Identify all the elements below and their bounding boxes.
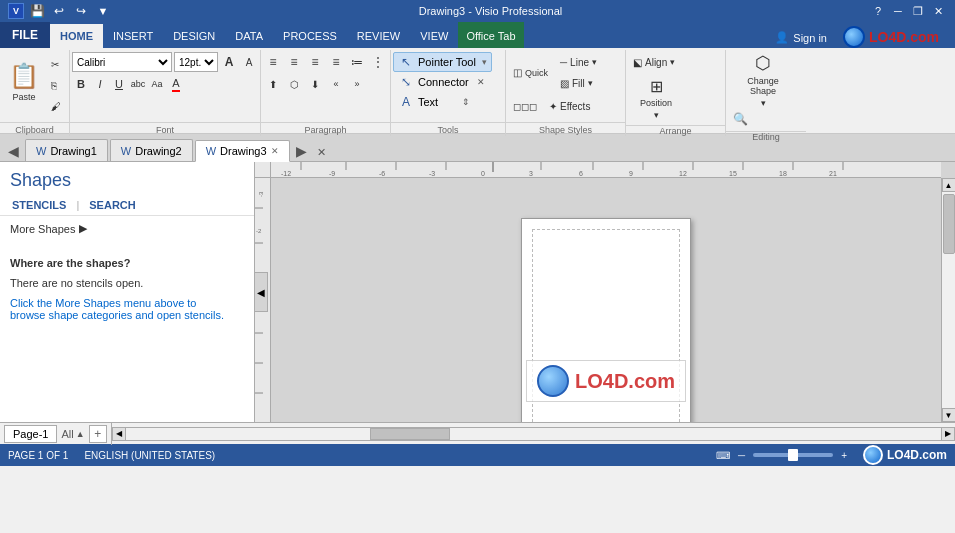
- font-size-select[interactable]: 12pt.: [174, 52, 218, 72]
- tools-content: ↖ Pointer Tool ▾ ⤡ Connector ✕ A Text ⇕: [391, 50, 505, 122]
- cut-button[interactable]: ✂: [46, 54, 67, 74]
- fill-button[interactable]: ▨ Fill ▾: [555, 73, 602, 93]
- scroll-thumb-v[interactable]: [943, 194, 955, 254]
- styles-button[interactable]: ◻◻◻: [508, 96, 542, 116]
- italic-button[interactable]: I: [91, 75, 109, 93]
- position-button[interactable]: ⊞ Position ▾: [628, 73, 684, 123]
- line-dropdown[interactable]: ▾: [592, 57, 597, 67]
- case-button[interactable]: Aa: [148, 75, 166, 93]
- doc-tab-drawing3[interactable]: W Drawing3 ✕: [195, 140, 290, 162]
- fill-dropdown[interactable]: ▾: [588, 78, 593, 88]
- indent-less-button[interactable]: «: [326, 74, 346, 94]
- doc-tab-close-drawing3[interactable]: ✕: [271, 146, 279, 156]
- more-shapes-link[interactable]: Click the More Shapes menu above tobrows…: [10, 297, 224, 321]
- align-left-button[interactable]: ≡: [263, 52, 283, 72]
- page-tab-1[interactable]: Page-1: [4, 425, 57, 443]
- tab-office[interactable]: Office Tab: [458, 22, 523, 48]
- doc-tab-drawing2[interactable]: W Drawing2: [110, 139, 193, 161]
- tab-data[interactable]: DATA: [225, 22, 273, 48]
- svg-text:-12: -12: [281, 170, 291, 177]
- font-color-button[interactable]: A: [167, 75, 185, 93]
- tab-close-window[interactable]: ✕: [313, 144, 330, 161]
- scroll-left-button[interactable]: ◀: [112, 427, 126, 441]
- align-center-button[interactable]: ≡: [284, 52, 304, 72]
- qat-save-btn[interactable]: 💾: [28, 2, 46, 20]
- numbering-button[interactable]: ⋮: [368, 52, 388, 72]
- font-shrink-button[interactable]: A: [240, 53, 258, 71]
- underline-button[interactable]: U: [110, 75, 128, 93]
- tab-scroll-left[interactable]: ◀: [4, 141, 23, 161]
- panel-collapse-button[interactable]: ◀: [254, 272, 268, 312]
- zoom-slider[interactable]: [753, 453, 833, 457]
- close-button[interactable]: ✕: [929, 3, 947, 19]
- doc-tab-drawing1[interactable]: W Drawing1: [25, 139, 108, 161]
- scroll-up-button[interactable]: ▲: [942, 178, 956, 192]
- clipboard-content: 📋 Paste ✂ ⎘ 🖌: [0, 50, 69, 122]
- align-dropdown[interactable]: ▾: [670, 57, 675, 67]
- tab-review[interactable]: REVIEW: [347, 22, 410, 48]
- canvas-scroll[interactable]: LO4D.com: [271, 178, 941, 422]
- position-dropdown[interactable]: ▾: [654, 110, 659, 120]
- arrange-label: Arrange: [626, 125, 725, 136]
- format-painter-button[interactable]: 🖌: [46, 96, 67, 116]
- zoom-thumb[interactable]: [788, 449, 798, 461]
- tab-view[interactable]: VIEW: [410, 22, 458, 48]
- find-button[interactable]: 🔍: [728, 109, 753, 129]
- watermark: LO4D.com: [526, 360, 686, 402]
- scroll-right-button[interactable]: ▶: [941, 427, 955, 441]
- tab-scroll-right[interactable]: ▶: [292, 141, 311, 161]
- tab-file[interactable]: FILE: [0, 22, 50, 48]
- copy-button[interactable]: ⎘: [46, 75, 67, 95]
- align-button[interactable]: ⬕ Align ▾: [628, 52, 680, 72]
- page-order-arrow[interactable]: ▲: [76, 429, 85, 439]
- effects-button[interactable]: ✦ Effects: [544, 96, 595, 116]
- page-info: PAGE 1 OF 1: [8, 450, 68, 461]
- quick-styles-button[interactable]: ◫ Quick: [508, 63, 553, 83]
- page-order-up[interactable]: All: [61, 428, 73, 440]
- line-button[interactable]: ─ Line ▾: [555, 52, 602, 72]
- strikethrough-button[interactable]: abc: [129, 75, 147, 93]
- pointer-dropdown[interactable]: ▾: [482, 57, 487, 67]
- bold-button[interactable]: B: [72, 75, 90, 93]
- paste-button[interactable]: 📋 Paste: [2, 52, 46, 112]
- change-shape-dropdown[interactable]: ▾: [761, 98, 766, 108]
- pointer-tool-button[interactable]: ↖ Pointer Tool ▾: [393, 52, 492, 72]
- qat-dropdown-btn[interactable]: ▼: [94, 2, 112, 20]
- ribbon-group-paragraph: ≡ ≡ ≡ ≡ ≔ ⋮ ⬆ ⬡ ⬇ « » Paragraph: [261, 50, 391, 136]
- qat-undo-btn[interactable]: ↩: [50, 2, 68, 20]
- indent-more-button[interactable]: »: [347, 74, 367, 94]
- valign-bot-button[interactable]: ⬇: [305, 74, 325, 94]
- valign-top-button[interactable]: ⬆: [263, 74, 283, 94]
- search-tab[interactable]: SEARCH: [87, 195, 137, 215]
- connector-close[interactable]: ✕: [477, 77, 485, 87]
- scroll-down-button[interactable]: ▼: [942, 408, 956, 422]
- tab-home[interactable]: HOME: [50, 22, 103, 48]
- align-right-button[interactable]: ≡: [305, 52, 325, 72]
- status-globe-icon: [863, 445, 883, 465]
- tab-insert[interactable]: INSERT: [103, 22, 163, 48]
- add-page-button[interactable]: +: [89, 425, 107, 443]
- change-shape-button[interactable]: ⬡ ChangeShape ▾: [728, 52, 798, 107]
- zoom-minus[interactable]: ─: [738, 450, 745, 461]
- svg-text:-9: -9: [329, 170, 335, 177]
- connector-button[interactable]: ⤡ Connector ✕: [393, 72, 490, 92]
- bullets-button[interactable]: ≔: [347, 52, 367, 72]
- valign-mid-button[interactable]: ⬡: [284, 74, 304, 94]
- font-grow-button[interactable]: A: [220, 53, 238, 71]
- h-scroll-thumb[interactable]: [370, 428, 450, 440]
- sign-in-button[interactable]: 👤 Sign in: [767, 27, 835, 48]
- tab-design[interactable]: DESIGN: [163, 22, 225, 48]
- stencils-tab[interactable]: STENCILS: [10, 195, 68, 215]
- justify-button[interactable]: ≡: [326, 52, 346, 72]
- zoom-plus[interactable]: +: [841, 450, 847, 461]
- help-button[interactable]: ?: [869, 3, 887, 19]
- restore-button[interactable]: ❐: [909, 3, 927, 19]
- text-button[interactable]: A Text ⇕: [393, 92, 475, 112]
- tab-process[interactable]: PROCESS: [273, 22, 347, 48]
- more-shapes-arrow: ▶: [79, 222, 87, 235]
- qat-redo-btn[interactable]: ↪: [72, 2, 90, 20]
- effects-icon: ✦: [549, 101, 557, 112]
- font-family-select[interactable]: Calibri: [72, 52, 172, 72]
- minimize-button[interactable]: ─: [889, 3, 907, 19]
- more-shapes-button[interactable]: More Shapes ▶: [0, 216, 254, 241]
